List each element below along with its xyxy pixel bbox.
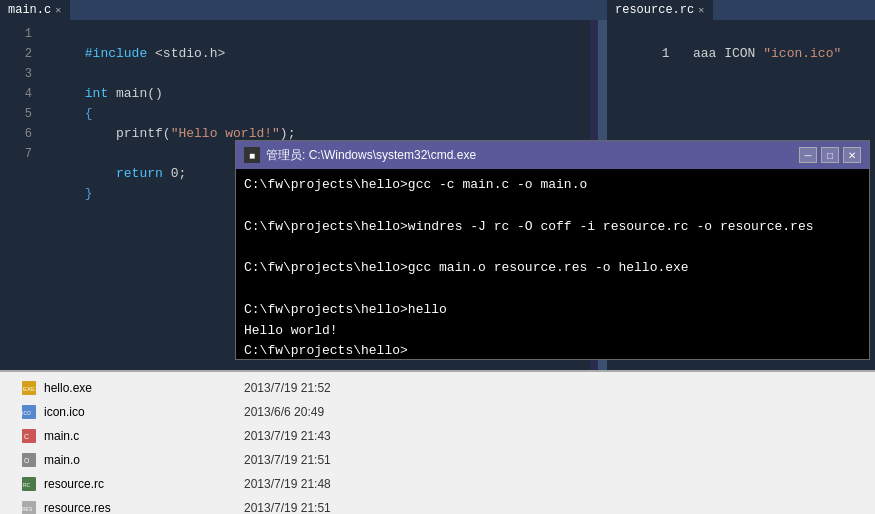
- line-num-7: 7: [0, 144, 38, 164]
- code-line-1: #include <stdio.h>: [38, 24, 590, 44]
- cmd-line-5: C:\fw\projects\hello>gcc main.o resource…: [244, 258, 861, 279]
- cmd-line-7: C:\fw\projects\hello>hello: [244, 300, 861, 321]
- tab-resource-rc-close[interactable]: ✕: [698, 4, 704, 16]
- svg-text:RES: RES: [22, 506, 33, 512]
- file-item-resource-res[interactable]: RES resource.res 2013/7/19 21:51: [20, 496, 855, 514]
- file-date-resource-rc: 2013/7/19 21:48: [244, 477, 331, 491]
- tab-resource-rc-label: resource.rc: [615, 3, 694, 17]
- file-item-icon-ico[interactable]: ICO icon.ico 2013/6/6 20:49: [20, 400, 855, 424]
- file-item-resource-rc[interactable]: RC resource.rc 2013/7/19 21:48: [20, 472, 855, 496]
- tab-bar-right: resource.rc ✕: [607, 0, 713, 20]
- file-date-hello-exe: 2013/7/19 21:52: [244, 381, 331, 395]
- file-icon-resource-res: RES: [20, 499, 38, 514]
- tab-bar: main.c ✕ resource.rc ✕: [0, 0, 875, 20]
- cmd-line-6: [244, 279, 861, 300]
- file-name-resource-res: resource.res: [44, 501, 244, 514]
- file-date-main-o: 2013/7/19 21:51: [244, 453, 331, 467]
- cmd-line-4: [244, 237, 861, 258]
- file-item-main-c[interactable]: C main.c 2013/7/19 21:43: [20, 424, 855, 448]
- line-num-4: 4: [0, 84, 38, 104]
- cmd-line-2: [244, 196, 861, 217]
- file-name-icon-ico: icon.ico: [44, 405, 244, 419]
- tab-main-c-label: main.c: [8, 3, 51, 17]
- cmd-line-8: Hello world!: [244, 321, 861, 342]
- file-browser: EXE hello.exe 2013/7/19 21:52 ICO icon.i…: [0, 370, 875, 514]
- cmd-title: 管理员: C:\Windows\system32\cmd.exe: [266, 147, 799, 164]
- file-icon-main-c: C: [20, 427, 38, 445]
- file-date-resource-res: 2013/7/19 21:51: [244, 501, 331, 514]
- line-num-3: 3: [0, 64, 38, 84]
- code-line-3: int main(): [38, 64, 590, 84]
- cmd-minimize-button[interactable]: ─: [799, 147, 817, 163]
- file-date-main-c: 2013/7/19 21:43: [244, 429, 331, 443]
- code-line-5: printf("Hello world!");: [38, 104, 590, 124]
- svg-text:O: O: [24, 457, 30, 464]
- cmd-line-3: C:\fw\projects\hello>windres -J rc -O co…: [244, 217, 861, 238]
- svg-text:RC: RC: [23, 482, 31, 488]
- cmd-close-button[interactable]: ✕: [843, 147, 861, 163]
- cmd-maximize-button[interactable]: □: [821, 147, 839, 163]
- file-item-main-o[interactable]: O main.o 2013/7/19 21:51: [20, 448, 855, 472]
- cmd-icon-symbol: ■: [249, 150, 255, 161]
- file-icon-hello-exe: EXE: [20, 379, 38, 397]
- file-list: EXE hello.exe 2013/7/19 21:52 ICO icon.i…: [0, 372, 875, 514]
- resource-code-content: 1 aaa ICON "icon.ico": [607, 20, 875, 48]
- line-num-6: 6: [0, 124, 38, 144]
- cmd-controls[interactable]: ─ □ ✕: [799, 147, 861, 163]
- file-icon-icon-ico: ICO: [20, 403, 38, 421]
- file-name-resource-rc: resource.rc: [44, 477, 244, 491]
- tab-main-c[interactable]: main.c ✕: [0, 0, 70, 20]
- cmd-line-9: C:\fw\projects\hello>: [244, 341, 861, 362]
- cmd-body: C:\fw\projects\hello>gcc -c main.c -o ma…: [236, 169, 869, 368]
- file-icon-main-o: O: [20, 451, 38, 469]
- line-num-1: 1: [0, 24, 38, 44]
- cmd-icon: ■: [244, 147, 260, 163]
- cmd-line-1: C:\fw\projects\hello>gcc -c main.c -o ma…: [244, 175, 861, 196]
- svg-text:ICO: ICO: [22, 410, 31, 416]
- line-num-5: 5: [0, 104, 38, 124]
- svg-text:EXE: EXE: [23, 386, 35, 392]
- tab-resource-rc[interactable]: resource.rc ✕: [607, 0, 713, 20]
- resource-line-1: 1 aaa ICON "icon.ico": [615, 24, 871, 44]
- file-name-main-o: main.o: [44, 453, 244, 467]
- line-numbers: 1 2 3 4 5 6 7: [0, 20, 38, 164]
- file-icon-resource-rc: RC: [20, 475, 38, 493]
- cmd-titlebar[interactable]: ■ 管理员: C:\Windows\system32\cmd.exe ─ □ ✕: [236, 141, 869, 169]
- file-name-hello-exe: hello.exe: [44, 381, 244, 395]
- svg-text:C: C: [24, 433, 29, 440]
- file-date-icon-ico: 2013/6/6 20:49: [244, 405, 324, 419]
- file-item-hello-exe[interactable]: EXE hello.exe 2013/7/19 21:52: [20, 376, 855, 400]
- cmd-window: ■ 管理员: C:\Windows\system32\cmd.exe ─ □ ✕…: [235, 140, 870, 360]
- tab-main-c-close[interactable]: ✕: [55, 4, 61, 16]
- file-name-main-c: main.c: [44, 429, 244, 443]
- line-num-2: 2: [0, 44, 38, 64]
